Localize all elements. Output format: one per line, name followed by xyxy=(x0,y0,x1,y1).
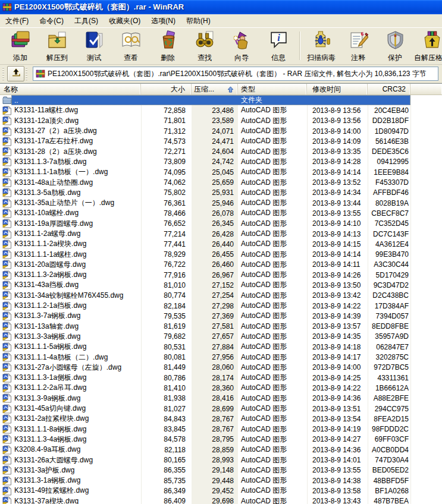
archive-path-field[interactable]: PE1200X1500鄂式破碎机（套图）.rar\PE1200X1500鄂式破碎… xyxy=(33,67,438,81)
menu-commands[interactable]: 命令(C) xyxy=(34,15,69,27)
file-type: AutoCAD 图形 xyxy=(238,465,307,475)
file-row[interactable]: K3131-10a螺栓.dwg 78,466 26,078 AutoCAD 图形… xyxy=(0,208,442,218)
file-size: 79,682 xyxy=(141,332,192,341)
file-crc32: 3202875C xyxy=(368,353,410,361)
file-row[interactable]: K3131-17a左右拉杆.dwg 74,573 24,471 AutoCAD … xyxy=(0,136,442,146)
comment-button[interactable]: 6 注释 xyxy=(340,29,377,65)
file-row[interactable]: K3131-20a圆螺母.dwg 76,722 26,460 AutoCAD 图… xyxy=(0,260,442,270)
virus-scan-button[interactable]: 扫描病毒 xyxy=(303,29,340,65)
delete-button[interactable]: 删除 xyxy=(149,29,186,65)
file-row[interactable]: K3131-27（2）a压块.dwg 71,312 24,071 AutoCAD… xyxy=(0,126,442,136)
file-row[interactable]: K3131.1.1-5a钢板.dwg 80,531 27,884 AutoCAD… xyxy=(0,342,442,352)
file-packed-size: 28,993 xyxy=(192,456,238,464)
view-button[interactable]: 查看 xyxy=(112,29,149,65)
file-crc32: 43311361 xyxy=(368,374,410,382)
wizard-button[interactable]: 向导 xyxy=(223,29,260,65)
file-row[interactable]: K3131-49拉紧螺栓.dwg 86,349 29,452 AutoCAD 图… xyxy=(0,486,442,496)
file-name: K3131.1.2-2a吊耳.dwg xyxy=(14,383,86,393)
file-row[interactable]: K3131.1.3-7a肋板.dwg 73,809 24,742 AutoCAD… xyxy=(0,157,442,167)
file-row[interactable]: K3131.3-3a钢板.dwg 79,682 27,657 AutoCAD 图… xyxy=(0,332,442,342)
file-row[interactable]: K3131.1.3-2a钢板.dwg 77,916 26,967 AutoCAD… xyxy=(0,270,442,280)
file-row[interactable]: K3131.3-7a钢板.dwg 79,535 27,369 AutoCAD 图… xyxy=(0,311,442,321)
test-button[interactable]: 测试 xyxy=(76,29,112,65)
header-modified[interactable]: 修改时间 xyxy=(307,84,368,94)
file-modified-time: 2013-8-9 14:00 xyxy=(307,363,368,371)
protect-button[interactable]: 保护 xyxy=(377,29,413,65)
file-row[interactable]: K3131.1.1-1a螺柱.dwg 78,929 26,455 AutoCAD… xyxy=(0,249,442,259)
toolbar-button-label: 向导 xyxy=(234,53,249,63)
file-size: 76,722 xyxy=(141,260,192,269)
add-button[interactable]: 添加 xyxy=(2,29,39,65)
file-row[interactable]: K3131.3-5a肋板.dwg 75,802 25,931 AutoCAD 图… xyxy=(0,188,442,198)
file-row[interactable]: K3131-45a切向键.dwg 81,027 28,699 AutoCAD 图… xyxy=(0,404,442,414)
file-size: 86,355 xyxy=(141,466,192,474)
file-row[interactable]: K3131-37a楔块.dwg 86,409 29,698 AutoCAD 图形… xyxy=(0,496,442,504)
address-gripper[interactable] xyxy=(2,67,6,80)
file-name: K3131.1.3-1a侧板.dwg xyxy=(14,373,86,383)
menu-options[interactable]: 选项(N) xyxy=(146,15,181,27)
file-row[interactable]: K3131-13a轴套.dwg 81,619 27,581 AutoCAD 图形… xyxy=(0,322,442,332)
header-type[interactable]: 类型 xyxy=(238,84,307,94)
file-crc32: 1D80947D xyxy=(368,127,410,136)
file-row[interactable]: K3208.4-9a耳板.dwg 82,118 28,859 AutoCAD 图… xyxy=(0,445,442,455)
sfx-button[interactable]: 自解压格式 xyxy=(413,29,442,65)
file-row[interactable]: K3131.1.1-8a钢板.dwg 83,845 28,767 AutoCAD… xyxy=(0,424,442,434)
info-button[interactable]: i 信息 xyxy=(260,29,297,65)
menu-help[interactable]: 帮助(H) xyxy=(181,15,216,27)
dwg-file-icon xyxy=(2,455,12,465)
file-packed-size: 27,152 xyxy=(192,281,238,289)
file-row[interactable]: K3131-35a止动垫片（一）.dwg 76,361 25,946 AutoC… xyxy=(0,198,442,208)
header-name[interactable]: 名称 xyxy=(0,84,141,94)
file-row[interactable]: K3131-12a顶尖.dwg 71,801 23,589 AutoCAD 图形… xyxy=(0,116,442,126)
parent-folder-row[interactable]: .. 文件夹 xyxy=(0,95,442,105)
file-packed-size: 29,452 xyxy=(192,487,238,495)
file-row[interactable]: K3131-11a螺柱.dwg 72,858 23,486 AutoCAD 图形… xyxy=(0,105,442,115)
file-row[interactable]: K3131.1.3-1a侧板.dwg 80,786 28,174 AutoCAD… xyxy=(0,373,442,383)
menu-tools[interactable]: 工具(S) xyxy=(69,15,104,27)
file-name: K3131-26a大圆螺母.dwg xyxy=(14,455,93,465)
file-row[interactable]: K3131.1.2-2a吊耳.dwg 81,410 28,360 AutoCAD… xyxy=(0,383,442,393)
up-one-level-button[interactable] xyxy=(7,66,24,81)
file-type: AutoCAD 图形 xyxy=(238,291,307,301)
file-crc32: D2C438BC xyxy=(368,291,410,300)
file-type: AutoCAD 图形 xyxy=(238,198,307,208)
file-row[interactable]: K3131.1.1-4a肋板（二）.dwg 80,081 27,956 Auto… xyxy=(0,352,442,362)
file-size: 74,062 xyxy=(141,178,192,187)
menu-favorites[interactable]: 收藏夹(O) xyxy=(104,15,146,27)
file-name: K3131-17a左右拉杆.dwg xyxy=(14,136,93,146)
header-packed[interactable]: 压缩... xyxy=(192,84,238,94)
file-row[interactable]: K3131.3-1a钢板.dwg 85,735 29,448 AutoCAD 图… xyxy=(0,475,442,486)
menu-file[interactable]: 文件(F) xyxy=(0,15,34,27)
file-row[interactable]: K3131.3-9a钢板.dwg 81,938 28,416 AutoCAD 图… xyxy=(0,393,442,404)
file-type: AutoCAD 图形 xyxy=(238,188,307,198)
file-row[interactable]: K3131.1-2a螺母.dwg 77,214 26,428 AutoCAD 图… xyxy=(0,229,442,239)
file-row[interactable]: K3131.1.2-1a挡板.dwg 82,184 27,298 AutoCAD… xyxy=(0,301,442,311)
address-bar: PE1200X1500鄂式破碎机（套图）.rar\PE1200X1500鄂式破碎… xyxy=(0,65,442,83)
file-row[interactable]: K3131-3a护板.dwg 86,355 29,148 AutoCAD 图形 … xyxy=(0,465,442,475)
file-size: 77,916 xyxy=(141,271,192,279)
file-row[interactable]: K3131-19a厚圆螺母.dwg 76,652 26,345 AutoCAD … xyxy=(0,219,442,229)
file-row[interactable]: K3131-34a铰制螺栓M76X455.dwg 80,774 27,254 A… xyxy=(0,291,442,301)
file-row[interactable]: K3131-2a拉紧楔块.dwg 84,843 28,767 AutoCAD 图… xyxy=(0,414,442,424)
file-row[interactable]: K3131-48a止动垫圈.dwg 74,062 25,659 AutoCAD … xyxy=(0,177,442,187)
file-crc32: A88E2BFE xyxy=(368,394,410,402)
dwg-file-icon xyxy=(2,393,12,403)
file-type: AutoCAD 图形 xyxy=(238,322,307,332)
extract-to-button[interactable]: 解压到 xyxy=(39,29,76,65)
file-row[interactable]: K3131.1.1-2a楔块.dwg 77,441 26,440 AutoCAD… xyxy=(0,239,442,249)
file-name: K3208.4-9a耳板.dwg xyxy=(14,445,80,455)
file-name: K3131.1.1-2a楔块.dwg xyxy=(14,239,86,249)
file-modified-time: 2013-8-9 13:56 xyxy=(307,116,368,125)
file-size: 72,271 xyxy=(141,147,192,156)
file-row[interactable]: K3131-43a挡板.dwg 81,010 27,152 AutoCAD 图形… xyxy=(0,280,442,290)
address-field-gripper[interactable] xyxy=(26,67,29,80)
file-row[interactable]: K3131.1.1-1a肋板（一）.dwg 74,095 25,045 Auto… xyxy=(0,167,442,177)
header-crc32[interactable]: CRC32 xyxy=(368,84,410,94)
file-row[interactable]: K3131.1.3-4a钢板.dwg 84,578 28,795 AutoCAD… xyxy=(0,434,442,445)
find-button[interactable]: 查找 xyxy=(186,29,223,65)
file-row[interactable]: K3131-27a小圆螺母（左旋）.dwg 81,449 28,060 Auto… xyxy=(0,363,442,373)
file-type: AutoCAD 图形 xyxy=(238,445,307,455)
file-row[interactable]: K3131-26a大圆螺母.dwg 80,165 28,993 AutoCAD … xyxy=(0,455,442,465)
header-size[interactable]: 大小 xyxy=(141,84,192,94)
file-row[interactable]: K3131-28（2）a压块.dwg 72,271 24,604 AutoCAD… xyxy=(0,146,442,156)
